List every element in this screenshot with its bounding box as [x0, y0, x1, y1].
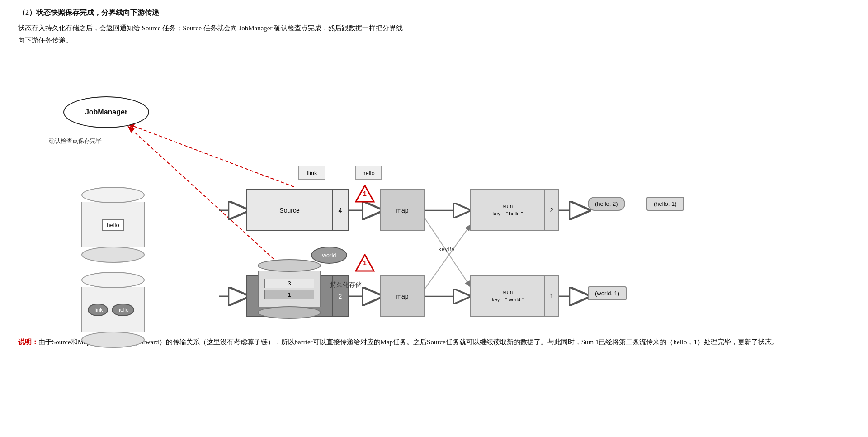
explanation-bold: 说明： — [18, 338, 38, 346]
confirm-label: 确认检查点保存完毕 — [49, 137, 102, 145]
cylinder-top: hello — [81, 187, 145, 263]
source1-num: 4 — [332, 190, 348, 230]
cylinder-bottom: flink hello — [81, 272, 145, 348]
keyby2-num: 1 — [544, 276, 558, 316]
keyby1-line2: key = " hello " — [493, 210, 523, 217]
keyby2-line2: key = " world " — [492, 296, 524, 303]
keyby1-line1: sum — [503, 203, 513, 210]
storage-label: 持久化存储 — [330, 281, 362, 289]
title-line: （2）状态快照保存完成，分界线向下游传递 — [18, 8, 850, 18]
barrier2-num: 1 — [363, 259, 367, 266]
diagram-area: JobManager 确认检查点保存完毕 hello flink hello f… — [18, 51, 841, 332]
explanation-text: 由于Source和Map之间是一对一（forward）的传输关系（这里没有考虑算… — [38, 338, 778, 346]
map1-box: map — [380, 189, 425, 231]
flink-label-box: flink — [298, 166, 326, 180]
keyby2-line1: sum — [503, 289, 513, 296]
barrier1: 1 — [355, 185, 375, 203]
keyby1-num: 2 — [544, 190, 558, 230]
storage-row2: 1 — [264, 290, 314, 299]
map2-box: map — [380, 275, 425, 317]
output3-box: (world, 1) — [588, 286, 627, 300]
desc-line: 状态存入持久化存储之后，会返回通知给 Source 任务；Source 任务就会… — [18, 22, 850, 47]
hello-oval: hello — [112, 304, 134, 316]
hello-label-box: hello — [355, 166, 382, 180]
barrier2: 1 — [355, 254, 375, 272]
storage-cylinder: 3 1 — [258, 259, 321, 319]
storage-row1: 3 — [264, 279, 314, 288]
barrier1-num: 1 — [363, 190, 367, 197]
jobmanager-ellipse: JobManager — [63, 96, 149, 128]
source1-box: Source 4 — [246, 189, 349, 231]
svg-line-8 — [425, 218, 470, 286]
hello-inner-top: hello — [102, 219, 123, 231]
jobmanager-label: JobManager — [85, 108, 127, 116]
flink-oval: flink — [88, 304, 108, 316]
keyby1-box: sum key = " hello " 2 — [470, 189, 559, 231]
keyby-label: keyBy — [439, 246, 454, 252]
svg-line-9 — [425, 225, 470, 289]
output2-box: (hello, 1) — [646, 197, 684, 211]
keyby2-box: sum key = " world " 1 — [470, 275, 559, 317]
output1-pill: (hello, 2) — [588, 197, 625, 211]
source1-label: Source — [247, 190, 332, 230]
svg-line-0 — [129, 124, 294, 187]
